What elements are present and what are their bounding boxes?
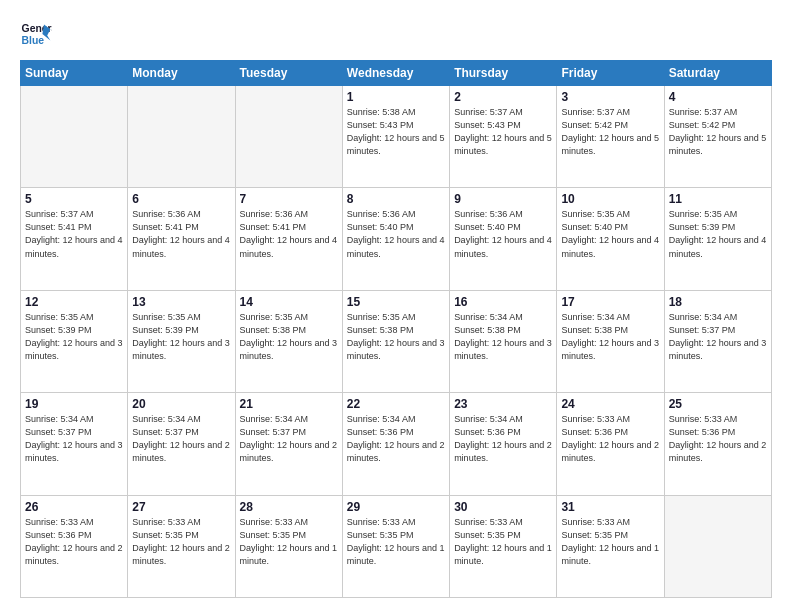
week-row-4: 19 Sunrise: 5:34 AMSunset: 5:37 PMDaylig… xyxy=(21,393,772,495)
empty-cell xyxy=(21,86,128,188)
empty-cell xyxy=(664,495,771,597)
day-cell-12: 12 Sunrise: 5:35 AMSunset: 5:39 PMDaylig… xyxy=(21,290,128,392)
day-info: Sunrise: 5:34 AMSunset: 5:37 PMDaylight:… xyxy=(132,413,230,465)
day-cell-25: 25 Sunrise: 5:33 AMSunset: 5:36 PMDaylig… xyxy=(664,393,771,495)
day-cell-14: 14 Sunrise: 5:35 AMSunset: 5:38 PMDaylig… xyxy=(235,290,342,392)
page: General Blue SundayMondayTuesdayWednesda… xyxy=(0,0,792,612)
day-info: Sunrise: 5:35 AMSunset: 5:38 PMDaylight:… xyxy=(347,311,445,363)
day-number: 7 xyxy=(240,192,338,206)
day-cell-17: 17 Sunrise: 5:34 AMSunset: 5:38 PMDaylig… xyxy=(557,290,664,392)
day-cell-21: 21 Sunrise: 5:34 AMSunset: 5:37 PMDaylig… xyxy=(235,393,342,495)
day-info: Sunrise: 5:34 AMSunset: 5:38 PMDaylight:… xyxy=(454,311,552,363)
day-number: 23 xyxy=(454,397,552,411)
day-info: Sunrise: 5:35 AMSunset: 5:38 PMDaylight:… xyxy=(240,311,338,363)
day-cell-20: 20 Sunrise: 5:34 AMSunset: 5:37 PMDaylig… xyxy=(128,393,235,495)
day-number: 28 xyxy=(240,500,338,514)
week-row-5: 26 Sunrise: 5:33 AMSunset: 5:36 PMDaylig… xyxy=(21,495,772,597)
day-info: Sunrise: 5:34 AMSunset: 5:37 PMDaylight:… xyxy=(240,413,338,465)
day-info: Sunrise: 5:34 AMSunset: 5:37 PMDaylight:… xyxy=(25,413,123,465)
day-number: 12 xyxy=(25,295,123,309)
day-info: Sunrise: 5:33 AMSunset: 5:35 PMDaylight:… xyxy=(454,516,552,568)
day-cell-27: 27 Sunrise: 5:33 AMSunset: 5:35 PMDaylig… xyxy=(128,495,235,597)
empty-cell xyxy=(235,86,342,188)
day-cell-7: 7 Sunrise: 5:36 AMSunset: 5:41 PMDayligh… xyxy=(235,188,342,290)
day-number: 11 xyxy=(669,192,767,206)
day-cell-29: 29 Sunrise: 5:33 AMSunset: 5:35 PMDaylig… xyxy=(342,495,449,597)
weekday-header-thursday: Thursday xyxy=(450,61,557,86)
day-number: 2 xyxy=(454,90,552,104)
calendar-table: SundayMondayTuesdayWednesdayThursdayFrid… xyxy=(20,60,772,598)
empty-cell xyxy=(128,86,235,188)
day-info: Sunrise: 5:33 AMSunset: 5:35 PMDaylight:… xyxy=(132,516,230,568)
day-cell-31: 31 Sunrise: 5:33 AMSunset: 5:35 PMDaylig… xyxy=(557,495,664,597)
weekday-header-saturday: Saturday xyxy=(664,61,771,86)
day-number: 26 xyxy=(25,500,123,514)
day-number: 22 xyxy=(347,397,445,411)
day-number: 30 xyxy=(454,500,552,514)
day-info: Sunrise: 5:38 AMSunset: 5:43 PMDaylight:… xyxy=(347,106,445,158)
day-number: 25 xyxy=(669,397,767,411)
day-number: 4 xyxy=(669,90,767,104)
day-number: 17 xyxy=(561,295,659,309)
week-row-1: 1 Sunrise: 5:38 AMSunset: 5:43 PMDayligh… xyxy=(21,86,772,188)
day-cell-16: 16 Sunrise: 5:34 AMSunset: 5:38 PMDaylig… xyxy=(450,290,557,392)
day-info: Sunrise: 5:34 AMSunset: 5:36 PMDaylight:… xyxy=(347,413,445,465)
day-number: 14 xyxy=(240,295,338,309)
day-info: Sunrise: 5:35 AMSunset: 5:40 PMDaylight:… xyxy=(561,208,659,260)
weekday-header-wednesday: Wednesday xyxy=(342,61,449,86)
day-info: Sunrise: 5:35 AMSunset: 5:39 PMDaylight:… xyxy=(25,311,123,363)
day-cell-4: 4 Sunrise: 5:37 AMSunset: 5:42 PMDayligh… xyxy=(664,86,771,188)
week-row-3: 12 Sunrise: 5:35 AMSunset: 5:39 PMDaylig… xyxy=(21,290,772,392)
day-info: Sunrise: 5:36 AMSunset: 5:40 PMDaylight:… xyxy=(454,208,552,260)
day-info: Sunrise: 5:36 AMSunset: 5:40 PMDaylight:… xyxy=(347,208,445,260)
day-number: 19 xyxy=(25,397,123,411)
day-cell-1: 1 Sunrise: 5:38 AMSunset: 5:43 PMDayligh… xyxy=(342,86,449,188)
day-number: 8 xyxy=(347,192,445,206)
day-cell-10: 10 Sunrise: 5:35 AMSunset: 5:40 PMDaylig… xyxy=(557,188,664,290)
day-number: 5 xyxy=(25,192,123,206)
day-number: 15 xyxy=(347,295,445,309)
day-cell-15: 15 Sunrise: 5:35 AMSunset: 5:38 PMDaylig… xyxy=(342,290,449,392)
day-info: Sunrise: 5:37 AMSunset: 5:41 PMDaylight:… xyxy=(25,208,123,260)
day-number: 20 xyxy=(132,397,230,411)
day-cell-6: 6 Sunrise: 5:36 AMSunset: 5:41 PMDayligh… xyxy=(128,188,235,290)
day-number: 9 xyxy=(454,192,552,206)
day-number: 31 xyxy=(561,500,659,514)
day-info: Sunrise: 5:33 AMSunset: 5:35 PMDaylight:… xyxy=(561,516,659,568)
logo: General Blue xyxy=(20,18,58,50)
day-info: Sunrise: 5:36 AMSunset: 5:41 PMDaylight:… xyxy=(240,208,338,260)
day-info: Sunrise: 5:34 AMSunset: 5:38 PMDaylight:… xyxy=(561,311,659,363)
weekday-header-sunday: Sunday xyxy=(21,61,128,86)
logo-icon: General Blue xyxy=(20,18,52,50)
day-cell-28: 28 Sunrise: 5:33 AMSunset: 5:35 PMDaylig… xyxy=(235,495,342,597)
day-number: 3 xyxy=(561,90,659,104)
day-number: 13 xyxy=(132,295,230,309)
day-cell-5: 5 Sunrise: 5:37 AMSunset: 5:41 PMDayligh… xyxy=(21,188,128,290)
day-number: 18 xyxy=(669,295,767,309)
day-info: Sunrise: 5:33 AMSunset: 5:36 PMDaylight:… xyxy=(25,516,123,568)
weekday-header-row: SundayMondayTuesdayWednesdayThursdayFrid… xyxy=(21,61,772,86)
weekday-header-monday: Monday xyxy=(128,61,235,86)
day-cell-24: 24 Sunrise: 5:33 AMSunset: 5:36 PMDaylig… xyxy=(557,393,664,495)
day-number: 29 xyxy=(347,500,445,514)
day-info: Sunrise: 5:33 AMSunset: 5:36 PMDaylight:… xyxy=(669,413,767,465)
svg-text:Blue: Blue xyxy=(22,35,45,46)
day-number: 24 xyxy=(561,397,659,411)
week-row-2: 5 Sunrise: 5:37 AMSunset: 5:41 PMDayligh… xyxy=(21,188,772,290)
day-number: 16 xyxy=(454,295,552,309)
day-cell-18: 18 Sunrise: 5:34 AMSunset: 5:37 PMDaylig… xyxy=(664,290,771,392)
day-cell-2: 2 Sunrise: 5:37 AMSunset: 5:43 PMDayligh… xyxy=(450,86,557,188)
day-info: Sunrise: 5:33 AMSunset: 5:36 PMDaylight:… xyxy=(561,413,659,465)
day-info: Sunrise: 5:37 AMSunset: 5:43 PMDaylight:… xyxy=(454,106,552,158)
day-info: Sunrise: 5:36 AMSunset: 5:41 PMDaylight:… xyxy=(132,208,230,260)
day-info: Sunrise: 5:33 AMSunset: 5:35 PMDaylight:… xyxy=(240,516,338,568)
day-cell-30: 30 Sunrise: 5:33 AMSunset: 5:35 PMDaylig… xyxy=(450,495,557,597)
day-info: Sunrise: 5:33 AMSunset: 5:35 PMDaylight:… xyxy=(347,516,445,568)
weekday-header-friday: Friday xyxy=(557,61,664,86)
day-cell-26: 26 Sunrise: 5:33 AMSunset: 5:36 PMDaylig… xyxy=(21,495,128,597)
day-cell-23: 23 Sunrise: 5:34 AMSunset: 5:36 PMDaylig… xyxy=(450,393,557,495)
day-info: Sunrise: 5:35 AMSunset: 5:39 PMDaylight:… xyxy=(132,311,230,363)
day-cell-13: 13 Sunrise: 5:35 AMSunset: 5:39 PMDaylig… xyxy=(128,290,235,392)
day-info: Sunrise: 5:34 AMSunset: 5:36 PMDaylight:… xyxy=(454,413,552,465)
day-cell-8: 8 Sunrise: 5:36 AMSunset: 5:40 PMDayligh… xyxy=(342,188,449,290)
